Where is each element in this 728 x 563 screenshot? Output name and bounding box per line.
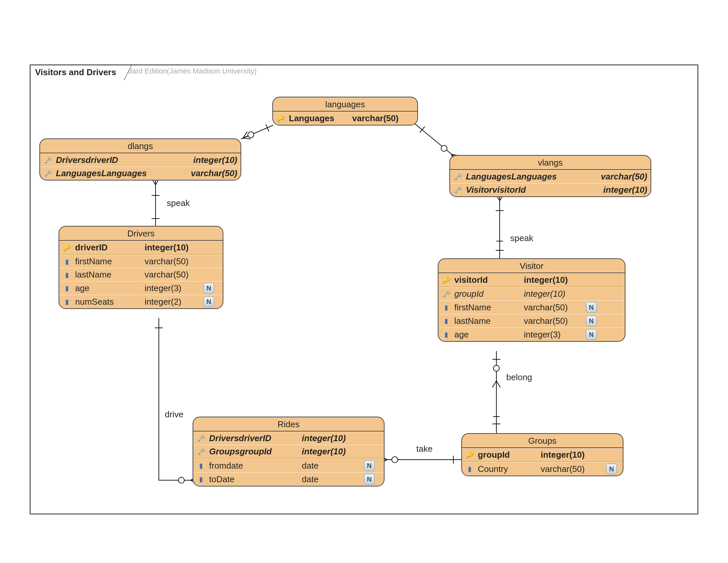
col-name: GroupsgroupId: [209, 446, 285, 457]
col-type: varchar(50): [531, 464, 600, 474]
table-row: 🗝️ DriversdriverID integer(10): [40, 153, 241, 166]
table-row: ▮ toDate date N: [193, 472, 384, 486]
entity-visitor[interactable]: Visitor 🔑 visitorId integer(10) 🗝️ group…: [438, 258, 625, 342]
diagram-canvas: Visual Paradigm for UML Standard Edition…: [0, 0, 728, 563]
entity-vlangs[interactable]: vlangs 🗝️ LanguagesLanguages varchar(50)…: [449, 155, 651, 197]
table-row: 🗝️ GroupsgroupId integer(10): [193, 445, 384, 458]
col-name: firstName: [454, 303, 507, 313]
col-name: groupId: [478, 450, 524, 460]
column-icon: ▮: [465, 464, 475, 474]
entity-dlangs[interactable]: dlangs 🗝️ DriversdriverID integer(10) 🗝️…: [39, 138, 241, 180]
col-type: integer(10): [135, 242, 198, 253]
rel-label-take: take: [416, 444, 432, 454]
entity-rides[interactable]: Rides 🗝️ DriversdriverID integer(10) 🗝️ …: [193, 417, 385, 487]
col-name: DriversdriverID: [56, 155, 154, 165]
column-icon: ▮: [196, 461, 206, 471]
col-type: varchar(50): [591, 171, 647, 182]
pk-icon: 🔑: [441, 275, 451, 285]
col-type: integer(3): [135, 283, 198, 294]
col-type: date: [292, 474, 358, 485]
table-row: ▮ age integer(3) N: [438, 328, 625, 341]
rel-label-speak-drivers: speak: [167, 198, 190, 208]
nullable-badge: N: [364, 460, 375, 471]
entity-drivers[interactable]: Drivers 🔑 driverID integer(10) ▮ firstNa…: [59, 226, 223, 309]
table-row: ▮ fromdate date N: [193, 459, 384, 472]
col-type: integer(10): [593, 185, 647, 195]
nullable-badge: N: [586, 316, 597, 326]
entity-title: vlangs: [450, 156, 651, 170]
col-name: age: [454, 330, 507, 340]
rel-label-drive: drive: [165, 409, 183, 420]
col-type: varchar(50): [135, 256, 198, 266]
col-type: varchar(50): [514, 316, 580, 326]
col-name: lastName: [454, 316, 507, 326]
table-row: 🗝️ groupId integer(10): [438, 287, 625, 301]
fk-icon: 🗝️: [43, 168, 53, 178]
col-name: lastName: [75, 269, 128, 280]
nullable-badge: N: [606, 464, 617, 474]
col-type: integer(10): [514, 289, 580, 299]
fk-icon: 🗝️: [441, 289, 451, 299]
table-row: ▮ numSeats integer(2) N: [59, 295, 223, 308]
table-row: 🗝️ LanguagesLanguages varchar(50): [450, 170, 651, 183]
col-name: toDate: [209, 474, 285, 485]
col-name: LanguagesLanguages: [466, 171, 565, 182]
column-icon: ▮: [441, 316, 451, 326]
entity-languages[interactable]: languages 🔑 Languages varchar(50): [272, 97, 418, 125]
frame-title: Visitors and Drivers: [30, 65, 125, 79]
table-row: 🗝️ DriversdriverID integer(10): [193, 432, 384, 445]
col-type: varchar(50): [514, 303, 580, 313]
entity-title: languages: [273, 97, 417, 112]
nullable-badge: N: [204, 297, 214, 307]
col-name: visitorId: [454, 275, 507, 285]
column-icon: ▮: [62, 270, 72, 280]
entity-title: Drivers: [59, 226, 223, 241]
table-row: 🔑 Languages varchar(50): [273, 112, 417, 125]
col-type: integer(10): [183, 155, 237, 165]
col-type: integer(2): [135, 297, 198, 307]
col-name: age: [75, 283, 128, 294]
col-name: groupId: [454, 289, 507, 299]
col-name: Languages: [289, 113, 334, 123]
col-type: integer(10): [292, 446, 358, 457]
table-row: ▮ lastName varchar(50) N: [438, 314, 625, 328]
table-row: 🔑 driverID integer(10): [59, 241, 223, 254]
col-type: varchar(50): [342, 113, 398, 123]
column-icon: ▮: [441, 303, 451, 312]
entity-title: Rides: [193, 417, 384, 432]
column-icon: ▮: [62, 283, 72, 293]
col-name: fromdate: [209, 461, 285, 471]
table-row: ▮ age integer(3) N: [59, 281, 223, 295]
pk-icon: 🔑: [62, 243, 72, 253]
nullable-badge: N: [586, 302, 597, 313]
col-name: LanguagesLanguages: [56, 168, 154, 178]
table-row: ▮ firstName varchar(50) N: [438, 301, 625, 314]
col-type: integer(10): [292, 433, 358, 444]
fk-icon: 🗝️: [453, 185, 463, 195]
column-icon: ▮: [441, 330, 451, 340]
table-row: ▮ Country varchar(50) N: [462, 462, 623, 476]
table-row: 🔑 visitorId integer(10): [438, 273, 625, 287]
column-icon: ▮: [196, 474, 206, 484]
table-row: 🗝️ LanguagesLanguages varchar(50): [40, 166, 241, 180]
rel-label-speak-visitor: speak: [510, 233, 533, 243]
entity-title: dlangs: [40, 139, 241, 153]
fk-icon: 🗝️: [196, 434, 206, 444]
col-name: VisitorvisitorId: [466, 185, 565, 195]
fk-icon: 🗝️: [453, 172, 463, 182]
nullable-badge: N: [204, 283, 214, 294]
entity-title: Visitor: [438, 259, 625, 273]
fk-icon: 🗝️: [196, 447, 206, 457]
table-row: 🗝️ VisitorvisitorId integer(10): [450, 183, 651, 196]
col-type: integer(10): [514, 275, 580, 285]
fk-icon: 🗝️: [43, 155, 53, 165]
entity-title: Groups: [462, 434, 623, 448]
col-name: DriversdriverID: [209, 433, 285, 444]
col-type: integer(10): [531, 450, 600, 460]
pk-icon: 🔑: [465, 450, 475, 460]
column-icon: ▮: [62, 297, 72, 307]
table-row: ▮ firstName varchar(50): [59, 255, 223, 268]
table-row: 🔑 groupId integer(10): [462, 448, 623, 461]
col-type: date: [292, 461, 358, 471]
entity-groups[interactable]: Groups 🔑 groupId integer(10) ▮ Country v…: [461, 433, 623, 476]
